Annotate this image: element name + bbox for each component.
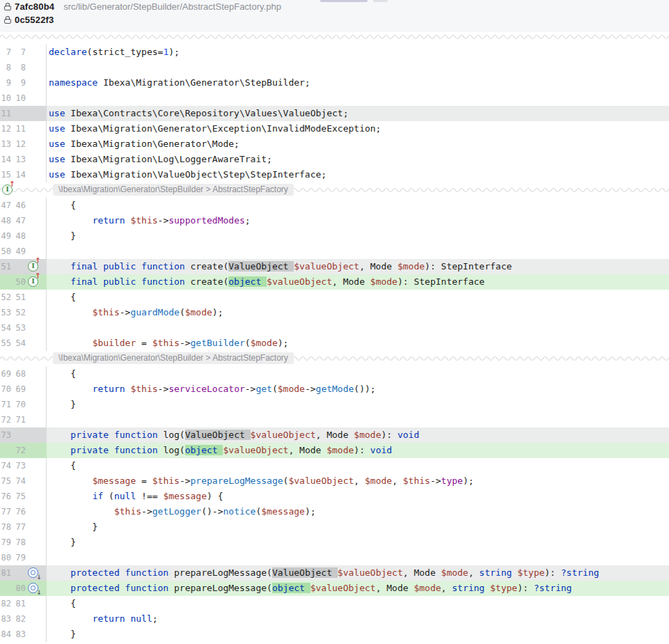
code-line[interactable]: { bbox=[46, 198, 669, 213]
gutter: 72 bbox=[0, 443, 46, 458]
line-number-old: 77 bbox=[0, 504, 11, 519]
line-number-old bbox=[0, 443, 11, 458]
diff-row: 8281 { bbox=[0, 596, 669, 611]
code-line[interactable]: return null; bbox=[46, 611, 669, 627]
diff-row: 4847 return $this->supportedModes; bbox=[0, 213, 669, 228]
code-line[interactable] bbox=[46, 550, 669, 565]
collapsed-region-separator[interactable]: \Ibexa\Migration\Generator\StepBuilder >… bbox=[0, 351, 669, 366]
line-number-old: 82 bbox=[0, 596, 11, 611]
code-line[interactable]: $this->guardMode($mode); bbox=[46, 305, 669, 320]
gutter: 5453 bbox=[0, 320, 46, 336]
code-line[interactable]: { bbox=[46, 290, 669, 305]
added-word-highlight: object bbox=[228, 276, 267, 287]
gutter-icon-slot bbox=[26, 412, 46, 427]
gutter-icon-slot bbox=[26, 627, 46, 642]
code-line[interactable]: $builder = $this->getBuilder($mode); bbox=[46, 336, 669, 351]
code-line[interactable]: $message = $this->prepareLogMessage($val… bbox=[46, 473, 669, 489]
line-number-old: 81 bbox=[0, 565, 11, 581]
revision-old-hash: 7afc80b4 bbox=[15, 1, 54, 12]
code-line[interactable] bbox=[46, 91, 669, 106]
scope-breadcrumb[interactable]: \Ibexa\Migration\Generator\StepBuilder >… bbox=[53, 184, 294, 196]
code-line[interactable]: protected function prepareLogMessage(obj… bbox=[46, 581, 669, 596]
gutter-icon-slot bbox=[26, 320, 46, 336]
diff-row: 7473 { bbox=[0, 458, 669, 473]
code-line[interactable]: } bbox=[46, 397, 669, 412]
code-line[interactable]: } bbox=[46, 627, 669, 642]
code-line[interactable]: } bbox=[46, 535, 669, 550]
line-number-new: 7 bbox=[11, 45, 26, 60]
code-line[interactable]: final public function create(ValueObject… bbox=[46, 259, 669, 274]
line-number-new: 81 bbox=[11, 596, 26, 611]
overridden-icon[interactable]: ↓ bbox=[28, 583, 38, 593]
code-line[interactable]: if (null !== $message) { bbox=[46, 489, 669, 504]
line-number-old: 71 bbox=[0, 397, 11, 412]
code-line[interactable]: private function log(ValueObject $valueO… bbox=[46, 427, 669, 443]
code-line[interactable]: use Ibexa\Contracts\Core\Repository\Valu… bbox=[46, 106, 669, 121]
code-line[interactable]: use Ibexa\Migration\Generator\Exception\… bbox=[46, 121, 669, 136]
lock-icon bbox=[4, 3, 11, 10]
code-line[interactable]: protected function prepareLogMessage(Val… bbox=[46, 565, 669, 581]
code-line[interactable]: { bbox=[46, 596, 669, 611]
diff-row: 99namespace Ibexa\Migration\Generator\St… bbox=[0, 75, 669, 91]
gutter: 99 bbox=[0, 75, 46, 91]
gutter-icon-slot bbox=[26, 489, 46, 504]
code-line[interactable]: return $this->serviceLocator->get($mode-… bbox=[46, 382, 669, 397]
line-number-new bbox=[11, 259, 26, 274]
line-number-new: 47 bbox=[11, 213, 26, 228]
gutter: 73 bbox=[0, 427, 46, 443]
line-number-new: 54 bbox=[11, 336, 26, 351]
gutter: 4746 bbox=[0, 198, 46, 213]
line-number-old: 9 bbox=[0, 75, 11, 91]
code-line[interactable]: { bbox=[46, 366, 669, 382]
line-number-old: 47 bbox=[0, 198, 11, 213]
gutter: 88 bbox=[0, 60, 46, 75]
line-number-old: 13 bbox=[0, 136, 11, 152]
code-line[interactable]: private function log(object $valueObject… bbox=[46, 443, 669, 458]
overridden-icon[interactable]: ↓ bbox=[28, 567, 38, 578]
diff-row: 5554 $builder = $this->getBuilder($mode)… bbox=[0, 336, 669, 351]
gutter: 1010 bbox=[0, 91, 46, 106]
code-line[interactable]: use Ibexa\Migration\Log\LoggerAwareTrait… bbox=[46, 152, 669, 167]
code-line[interactable] bbox=[46, 60, 669, 75]
line-number-new: 13 bbox=[11, 152, 26, 167]
code-line[interactable]: $this->getLogger()->notice($message); bbox=[46, 504, 669, 519]
code-line[interactable]: return $this->supportedModes; bbox=[46, 213, 669, 228]
code-line[interactable] bbox=[46, 244, 669, 259]
line-number-new: 50 bbox=[11, 274, 26, 290]
implements-icon[interactable]: I↑ bbox=[2, 184, 13, 195]
diff-row: 5251 { bbox=[0, 290, 669, 305]
code-line[interactable]: final public function create(object $val… bbox=[46, 274, 669, 290]
diff-row: 1211use Ibexa\Migration\Generator\Except… bbox=[0, 121, 669, 136]
code-line[interactable]: use Ibexa\Migration\ValueObject\Step\Ste… bbox=[46, 167, 669, 182]
line-number-new: 71 bbox=[11, 412, 26, 427]
code-line[interactable] bbox=[46, 412, 669, 427]
line-number-old: 83 bbox=[0, 611, 11, 627]
line-number-new bbox=[11, 565, 26, 581]
diff-row-removed: 11use Ibexa\Contracts\Core\Repository\Va… bbox=[0, 106, 669, 121]
line-number-new: 51 bbox=[11, 290, 26, 305]
scope-breadcrumb[interactable]: \Ibexa\Migration\Generator\StepBuilder >… bbox=[53, 352, 294, 364]
gutter-icon-slot bbox=[26, 473, 46, 489]
diff-row: 7069 return $this->serviceLocator->get($… bbox=[0, 382, 669, 397]
code-line[interactable] bbox=[46, 320, 669, 336]
code-line[interactable]: namespace Ibexa\Migration\Generator\Step… bbox=[46, 75, 669, 91]
line-number-new: 76 bbox=[11, 504, 26, 519]
gutter-icon-slot bbox=[26, 443, 46, 458]
line-number-new: 69 bbox=[11, 382, 26, 397]
implements-icon[interactable]: I↑ bbox=[28, 261, 38, 272]
line-number-old: 50 bbox=[0, 244, 11, 259]
code-line[interactable]: { bbox=[46, 458, 669, 473]
line-number-old bbox=[0, 274, 11, 290]
line-number-old: 76 bbox=[0, 489, 11, 504]
code-line[interactable]: } bbox=[46, 519, 669, 535]
implements-icon[interactable]: I↑ bbox=[28, 276, 38, 287]
diff-row: 5049 bbox=[0, 244, 669, 259]
code-line[interactable]: declare(strict_types=1); bbox=[46, 45, 669, 60]
line-number-new: 49 bbox=[11, 244, 26, 259]
collapsed-region-separator[interactable]: I↑\Ibexa\Migration\Generator\StepBuilder… bbox=[0, 182, 669, 198]
gutter-icon-slot bbox=[26, 167, 46, 182]
gutter-icon-slot bbox=[26, 519, 46, 535]
line-number-old: 55 bbox=[0, 336, 11, 351]
code-line[interactable]: } bbox=[46, 228, 669, 244]
code-line[interactable]: use Ibexa\Migration\Generator\Mode; bbox=[46, 136, 669, 152]
